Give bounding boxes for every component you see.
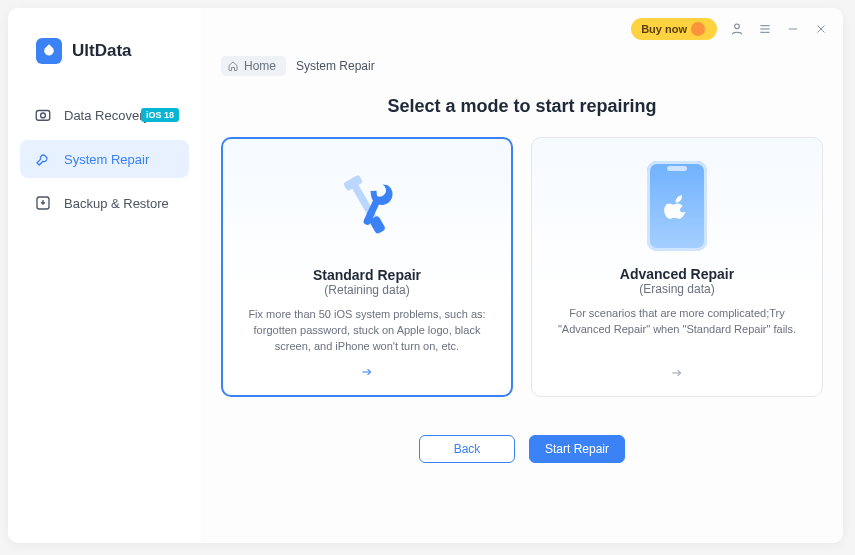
backup-icon xyxy=(34,194,52,212)
svg-point-3 xyxy=(735,24,740,29)
sidebar-item-label: System Repair xyxy=(64,152,149,167)
page-title: Select a mode to start repairing xyxy=(221,82,823,137)
buy-now-label: Buy now xyxy=(641,23,687,35)
card-subtitle: (Retaining data) xyxy=(324,283,409,297)
card-standard-repair[interactable]: Standard Repair (Retaining data) Fix mor… xyxy=(221,137,513,397)
sidebar: UltData Data Recovery iOS 18 System Repa… xyxy=(8,8,201,543)
card-title: Advanced Repair xyxy=(620,266,734,282)
tools-illustration-icon xyxy=(322,157,412,257)
phone-illustration-icon xyxy=(647,156,707,256)
brand-name: UltData xyxy=(72,41,132,61)
main-content: Buy now Home System Repair Select xyxy=(201,8,843,543)
mode-cards: Standard Repair (Retaining data) Fix mor… xyxy=(221,137,823,397)
arrow-right-icon xyxy=(358,355,376,383)
app-window: UltData Data Recovery iOS 18 System Repa… xyxy=(8,8,843,543)
breadcrumb-home[interactable]: Home xyxy=(221,56,286,76)
card-subtitle: (Erasing data) xyxy=(639,282,714,296)
sidebar-item-label: Data Recovery xyxy=(64,108,150,123)
card-title: Standard Repair xyxy=(313,267,421,283)
wrench-icon xyxy=(34,150,52,168)
spark-icon xyxy=(691,22,705,36)
breadcrumb-current: System Repair xyxy=(296,59,375,73)
sidebar-item-system-repair[interactable]: System Repair xyxy=(20,140,189,178)
footer-buttons: Back Start Repair xyxy=(221,435,823,463)
back-button[interactable]: Back xyxy=(419,435,515,463)
minimize-icon[interactable] xyxy=(785,21,801,37)
titlebar: Buy now xyxy=(631,18,829,40)
camera-icon xyxy=(34,106,52,124)
brand-logo-icon xyxy=(36,38,62,64)
close-icon[interactable] xyxy=(813,21,829,37)
breadcrumb-home-label: Home xyxy=(244,59,276,73)
card-description: For scenarios that are more complicated;… xyxy=(550,306,804,338)
user-icon[interactable] xyxy=(729,21,745,37)
sidebar-item-data-recovery[interactable]: Data Recovery iOS 18 xyxy=(20,96,189,134)
sidebar-item-backup-restore[interactable]: Backup & Restore xyxy=(20,184,189,222)
card-advanced-repair[interactable]: Advanced Repair (Erasing data) For scena… xyxy=(531,137,823,397)
svg-point-1 xyxy=(41,113,46,118)
menu-icon[interactable] xyxy=(757,21,773,37)
sidebar-nav: Data Recovery iOS 18 System Repair Backu… xyxy=(8,88,201,228)
brand: UltData xyxy=(8,26,201,88)
sidebar-item-label: Backup & Restore xyxy=(64,196,169,211)
card-description: Fix more than 50 iOS system problems, su… xyxy=(241,307,493,355)
arrow-right-icon xyxy=(668,356,686,384)
svg-rect-0 xyxy=(36,111,50,121)
ios-badge: iOS 18 xyxy=(141,108,179,122)
start-repair-button[interactable]: Start Repair xyxy=(529,435,625,463)
buy-now-button[interactable]: Buy now xyxy=(631,18,717,40)
